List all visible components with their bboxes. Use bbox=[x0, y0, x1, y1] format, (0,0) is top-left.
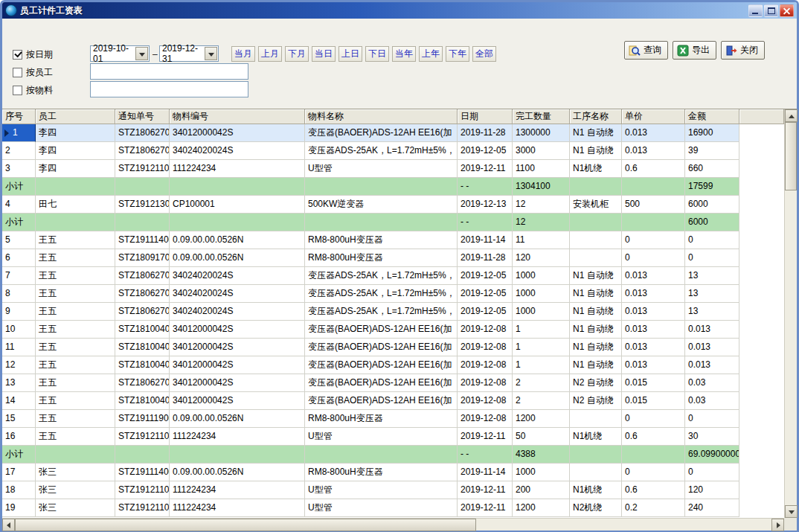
grid-cell[interactable]: STZ180627001 bbox=[115, 303, 170, 321]
grid-cell[interactable]: 9 bbox=[2, 303, 36, 321]
grid-cell[interactable]: STZ191119001 bbox=[115, 410, 170, 428]
grid-cell[interactable]: 1 bbox=[513, 321, 570, 339]
grid-cell[interactable]: U型管 bbox=[305, 160, 458, 178]
grid-cell[interactable]: 变压器ADS-25AK，L=1.72mH±5%， bbox=[305, 267, 458, 285]
query-button[interactable]: 查询 bbox=[624, 41, 668, 60]
table-row[interactable]: 14王五STZ18100400134012000042S变压器(BAOER)AD… bbox=[2, 392, 784, 410]
by-date-checkbox[interactable] bbox=[13, 50, 22, 60]
grid-cell[interactable]: 17599 bbox=[685, 178, 739, 196]
grid-cell[interactable]: 0.013 bbox=[622, 267, 685, 285]
grid-cell[interactable]: 34012000042S bbox=[170, 321, 305, 339]
grid-cell[interactable]: 0 bbox=[622, 410, 685, 428]
grid-cell[interactable]: STZ191213001 bbox=[115, 196, 170, 214]
grid-cell[interactable]: 1200 bbox=[513, 410, 570, 428]
grid-cell[interactable]: 11 bbox=[513, 231, 570, 249]
grid-cell[interactable]: 3000 bbox=[513, 142, 570, 160]
current-row-indicator-cell[interactable]: 1 bbox=[2, 124, 36, 142]
table-row[interactable]: 13王五STZ18062700134012000042S变压器(BAOER)AD… bbox=[2, 374, 784, 392]
grid-cell[interactable]: 王五 bbox=[36, 339, 115, 356]
grid-cell[interactable]: 王五 bbox=[36, 392, 115, 410]
grid-cell[interactable]: 660 bbox=[685, 160, 739, 178]
grid-cell[interactable]: STZ180917001 bbox=[115, 249, 170, 267]
by-material-checkbox[interactable] bbox=[13, 86, 22, 95]
grid-cell[interactable]: 0.2 bbox=[622, 499, 685, 517]
export-button[interactable]: 导出 bbox=[673, 41, 716, 60]
grid-cell[interactable]: N2 自动绕 bbox=[570, 392, 622, 410]
minimize-button[interactable] bbox=[748, 4, 763, 17]
grid-cell[interactable]: 3 bbox=[2, 160, 36, 178]
grid-cell[interactable]: 6000 bbox=[685, 214, 739, 231]
grid-cell[interactable] bbox=[622, 214, 685, 231]
grid-cell[interactable]: 1000 bbox=[513, 303, 570, 321]
column-header[interactable]: 完工数量 bbox=[513, 109, 570, 124]
grid-cell[interactable]: 安装机柜 bbox=[570, 196, 622, 214]
grid-cell[interactable]: N1 自动绕 bbox=[570, 285, 622, 303]
grid-cell[interactable]: 34024020024S bbox=[170, 267, 305, 285]
grid-cell[interactable]: 34024020024S bbox=[170, 285, 305, 303]
grid-cell[interactable]: 500 bbox=[622, 196, 685, 214]
scroll-left-button[interactable] bbox=[2, 519, 15, 531]
grid-cell[interactable]: CP100001 bbox=[170, 196, 305, 214]
grid-cell[interactable]: 2019-11-28 bbox=[458, 124, 513, 142]
grid-cell[interactable] bbox=[36, 178, 115, 196]
grid-cell[interactable]: 120 bbox=[685, 481, 739, 499]
quick-range-button[interactable]: 下年 bbox=[446, 46, 469, 62]
subtotal-row[interactable]: 小计- -438869.09900000 bbox=[2, 446, 784, 464]
grid-cell[interactable]: 2019-12-11 bbox=[458, 499, 513, 517]
grid-cell[interactable]: 39 bbox=[685, 142, 739, 160]
grid-cell[interactable]: 0.013 bbox=[622, 339, 685, 356]
table-row[interactable]: 7王五STZ18062700134024020024S变压器ADS-25AK，L… bbox=[2, 267, 784, 285]
table-row[interactable]: 19张三STZ191211001111224234U型管2019-12-1112… bbox=[2, 499, 784, 517]
grid-cell[interactable]: N1机绕 bbox=[570, 160, 622, 178]
grid-cell[interactable]: 张三 bbox=[36, 464, 115, 481]
column-header[interactable]: 员工 bbox=[36, 109, 115, 124]
grid-cell[interactable]: STZ181004001 bbox=[115, 339, 170, 356]
table-row[interactable]: 12王五STZ18100400134012000042S变压器(BAOER)AD… bbox=[2, 356, 784, 374]
column-header[interactable]: 通知单号 bbox=[115, 109, 170, 124]
grid-cell[interactable]: 变压器ADS-25AK，L=1.72mH±5%， bbox=[305, 142, 458, 160]
grid-cell[interactable]: 变压器(BAOER)ADS-12AH EE16(加 bbox=[305, 124, 458, 142]
grid-cell[interactable]: 34012000042S bbox=[170, 356, 305, 374]
grid-cell[interactable]: 200 bbox=[513, 481, 570, 499]
grid-cell[interactable]: 田七 bbox=[36, 196, 115, 214]
grid-cell[interactable]: 王五 bbox=[36, 267, 115, 285]
grid-cell[interactable]: 0 bbox=[685, 231, 739, 249]
grid-cell[interactable]: 1304100 bbox=[513, 178, 570, 196]
grid-cell[interactable]: 2019-12-08 bbox=[458, 410, 513, 428]
column-header[interactable]: 金额 bbox=[685, 109, 739, 124]
table-row[interactable]: 3李四STZ191211001111224234U型管2019-12-11110… bbox=[2, 160, 784, 178]
grid-cell[interactable]: RM8-800uH变压器 bbox=[305, 410, 458, 428]
grid-cell[interactable]: 1 bbox=[513, 356, 570, 374]
quick-range-button[interactable]: 上月 bbox=[258, 46, 282, 62]
grid-cell[interactable]: 王五 bbox=[36, 356, 115, 374]
grid-cell[interactable]: 王五 bbox=[36, 428, 115, 446]
scroll-up-button[interactable] bbox=[785, 109, 798, 122]
date-from-combo[interactable]: 2019-10-01 bbox=[90, 45, 150, 62]
grid-cell[interactable]: 2019-12-08 bbox=[458, 392, 513, 410]
grid-cell[interactable]: 0.09.00.00.0526N bbox=[170, 464, 305, 481]
by-employee-checkbox[interactable] bbox=[13, 68, 22, 77]
grid-cell[interactable] bbox=[36, 446, 115, 464]
grid-cell[interactable]: N1 自动绕 bbox=[570, 303, 622, 321]
grid-cell[interactable]: 19 bbox=[2, 499, 36, 517]
column-header[interactable]: 日期 bbox=[458, 109, 513, 124]
table-row[interactable]: 11王五STZ18100400134012000042S变压器(BAOER)AD… bbox=[2, 339, 784, 356]
quick-range-button[interactable]: 上日 bbox=[338, 46, 362, 62]
grid-cell[interactable]: 0.013 bbox=[622, 303, 685, 321]
grid-cell[interactable]: 111224234 bbox=[170, 160, 305, 178]
grid-cell[interactable]: STZ180627001 bbox=[115, 267, 170, 285]
column-header[interactable]: 物料编号 bbox=[170, 109, 305, 124]
grid-cell[interactable] bbox=[115, 178, 170, 196]
grid-cell[interactable]: 2019-11-14 bbox=[458, 464, 513, 481]
grid-cell[interactable]: U型管 bbox=[305, 499, 458, 517]
quick-range-button[interactable]: 当年 bbox=[392, 46, 416, 62]
grid-cell[interactable]: 1000 bbox=[513, 285, 570, 303]
grid-cell[interactable]: 111224234 bbox=[170, 499, 305, 517]
grid-cell[interactable] bbox=[570, 178, 622, 196]
grid-cell[interactable]: 30 bbox=[685, 428, 739, 446]
grid-cell[interactable] bbox=[570, 446, 622, 464]
grid-cell[interactable]: 6000 bbox=[685, 196, 739, 214]
grid-cell[interactable]: 1000 bbox=[513, 267, 570, 285]
grid-cell[interactable]: 2 bbox=[2, 142, 36, 160]
grid-cell[interactable]: RM8-800uH变压器 bbox=[305, 464, 458, 481]
